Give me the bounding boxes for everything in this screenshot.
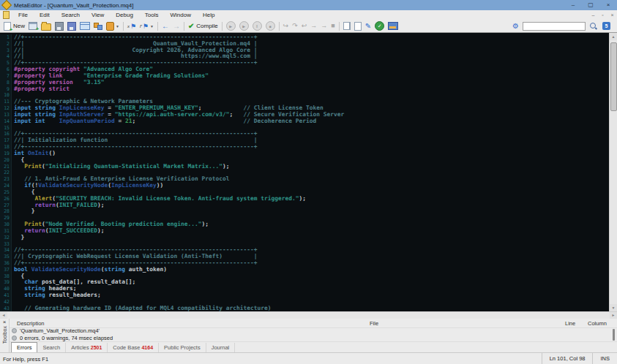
toolbox-tab-journal[interactable]: Journal bbox=[206, 343, 236, 352]
scroll-down-icon[interactable]: ▼ bbox=[610, 304, 617, 311]
halt-square-icon: ■ bbox=[331, 21, 334, 31]
save-button[interactable] bbox=[53, 20, 65, 31]
mql5-community-button[interactable]: 5 bbox=[601, 20, 612, 31]
navigate-back-button[interactable]: ← bbox=[160, 20, 171, 31]
menu-debug[interactable]: Debug bbox=[110, 10, 139, 20]
mdi-restore-button[interactable]: ▫ bbox=[598, 10, 607, 20]
line-number: 38 bbox=[0, 273, 12, 280]
line-number: 32 bbox=[0, 235, 12, 241]
line-number: 37 bbox=[0, 267, 12, 273]
code-line[interactable]: 9#property strict bbox=[0, 86, 610, 93]
code-line[interactable]: 28 } bbox=[0, 208, 610, 215]
toolbar-separator bbox=[157, 22, 158, 31]
debug-pause-button[interactable]: ‖ bbox=[251, 20, 263, 31]
toolbox-scroll-thumb[interactable] bbox=[613, 329, 615, 341]
code-line[interactable]: 32 } bbox=[0, 235, 610, 241]
flag-icon: ⚑ bbox=[130, 23, 136, 30]
line-number: 15 bbox=[0, 125, 12, 132]
breakpoint-function-button[interactable]: fʹ⚑▼ bbox=[138, 20, 155, 31]
toolbar-separator bbox=[339, 22, 340, 31]
open-button[interactable] bbox=[40, 20, 53, 31]
save-all-button[interactable] bbox=[66, 20, 78, 31]
code-line[interactable]: 31 return(INIT_SUCCEEDED); bbox=[0, 228, 610, 235]
code-line[interactable]: 8#property version "3.15" bbox=[0, 80, 610, 86]
storage-button[interactable] bbox=[386, 20, 400, 31]
toolbox-row[interactable]: 'Quantum_Vault_Protection.mq4' bbox=[10, 327, 608, 335]
toolbox-tab-public-projects[interactable]: Public Projects bbox=[159, 343, 206, 352]
vertical-scroll-thumb[interactable] bbox=[610, 42, 617, 111]
code-line[interactable]: 21 Print("Initializing Quantum-Statistic… bbox=[0, 164, 610, 170]
menu-edit[interactable]: Edit bbox=[34, 10, 56, 20]
navigator-button[interactable] bbox=[92, 20, 104, 31]
menu-window[interactable]: Window bbox=[165, 10, 197, 20]
editor-vertical-scrollbar[interactable]: ▲ ▼ bbox=[609, 33, 617, 311]
toolbox-close-icon[interactable]: × bbox=[3, 319, 7, 325]
halt-button[interactable]: ■ bbox=[329, 20, 336, 31]
column-description[interactable]: Description bbox=[17, 320, 45, 327]
step-into-button[interactable]: ↪ bbox=[282, 20, 291, 31]
menu-file[interactable]: File bbox=[12, 10, 34, 20]
column-column[interactable]: Column bbox=[588, 320, 607, 327]
code-line[interactable]: 18//+-----------------------------------… bbox=[0, 144, 610, 151]
close-button[interactable]: × bbox=[599, 0, 617, 10]
line-number: 41 bbox=[0, 292, 12, 299]
mdi-close-button[interactable]: × bbox=[607, 10, 617, 20]
new-button[interactable]: + New bbox=[2, 20, 26, 31]
code-line[interactable]: 19int OnInit() bbox=[0, 151, 610, 157]
toolbar: + New + ▼ x⚑ fʹ⚑▼ ← → ✔ Compile ▶ ▶ ‖ ■ … bbox=[0, 20, 617, 33]
menu-help[interactable]: Help bbox=[197, 10, 220, 20]
column-file[interactable]: File bbox=[370, 320, 378, 327]
line-number: 7 bbox=[0, 73, 12, 80]
run-next-button[interactable]: → bbox=[319, 20, 329, 31]
window-layout-button[interactable] bbox=[78, 20, 91, 31]
scroll-up-icon[interactable]: ▲ bbox=[610, 33, 617, 40]
line-number: 23 bbox=[0, 176, 12, 183]
step-over-button[interactable]: ↷ bbox=[291, 20, 299, 31]
menu-search[interactable]: Search bbox=[56, 10, 86, 20]
compile-button-label: Compile bbox=[196, 23, 217, 29]
toolbox-row[interactable]: 0 errors, 0 warnings, 74 msec elapsed bbox=[10, 335, 608, 342]
debug-stop-button[interactable]: ■ bbox=[264, 20, 277, 31]
code-line[interactable]: 24 if(!ValidateSecurityNode(InpLicenseKe… bbox=[0, 183, 610, 189]
toolbox-tab-errors[interactable]: Errors bbox=[11, 342, 37, 353]
mdi-minimize-button[interactable]: – bbox=[588, 10, 598, 20]
code-line[interactable]: 41 string result_headers; bbox=[0, 292, 610, 299]
settings-button[interactable]: ⚙ bbox=[511, 20, 520, 31]
step-out-button[interactable]: ↩ bbox=[300, 20, 309, 31]
snippets-button[interactable]: ▼ bbox=[105, 20, 121, 31]
code-line[interactable]: 27 return(INIT_FAILED); bbox=[0, 202, 610, 209]
code-editor[interactable]: 1//+------------------------------------… bbox=[0, 33, 617, 311]
search-button[interactable] bbox=[588, 20, 599, 31]
minimize-button[interactable]: – bbox=[564, 0, 582, 10]
menu-tools[interactable]: Tools bbox=[139, 10, 165, 20]
copy-button[interactable] bbox=[342, 20, 352, 31]
print-preview-button[interactable] bbox=[353, 20, 363, 31]
column-line[interactable]: Line bbox=[565, 320, 575, 327]
code-line[interactable]: 37bool ValidateSecurityNode(string auth_… bbox=[0, 267, 610, 273]
navigate-forward-button[interactable]: → bbox=[171, 20, 182, 31]
watch-variable-button[interactable]: x⚑ bbox=[126, 20, 138, 31]
compile-button[interactable]: ✔ Compile bbox=[187, 20, 220, 31]
search-input[interactable] bbox=[523, 22, 586, 31]
toolbox-tab-code-base[interactable]: Code Base4164 bbox=[108, 343, 159, 352]
menu-view[interactable]: View bbox=[86, 10, 110, 20]
code-line[interactable]: 14input int InpQuantumPeriod = 21; // De… bbox=[0, 118, 610, 125]
run-to-cursor-button[interactable]: → bbox=[309, 20, 318, 31]
toolbox-tab-articles[interactable]: Articles2501 bbox=[66, 343, 108, 352]
menubar: FileEditSearchViewDebugToolsWindowHelp –… bbox=[0, 10, 617, 20]
step-out-icon: ↩ bbox=[302, 21, 307, 31]
maximize-button[interactable]: ▢ bbox=[582, 0, 599, 10]
storage-icon bbox=[388, 22, 398, 30]
scroll-right-icon[interactable]: ► bbox=[610, 312, 617, 319]
debug-continue-button[interactable]: ▶ bbox=[238, 20, 250, 31]
line-number: 31 bbox=[0, 228, 12, 235]
debug-start-button[interactable]: ▶ bbox=[225, 20, 237, 31]
scroll-left-icon[interactable]: ◄ bbox=[0, 312, 7, 319]
code-lines: 1//+------------------------------------… bbox=[0, 34, 610, 311]
code-line[interactable]: 39 char post_data[], result_data[]; bbox=[0, 279, 610, 286]
publish-button[interactable]: ✓ bbox=[373, 20, 386, 31]
new-window-button[interactable]: + bbox=[27, 20, 39, 31]
styler-button[interactable]: ✎ bbox=[364, 20, 373, 31]
toolbox-tab-search[interactable]: Search bbox=[37, 343, 66, 352]
line-number: 4 bbox=[0, 53, 12, 60]
